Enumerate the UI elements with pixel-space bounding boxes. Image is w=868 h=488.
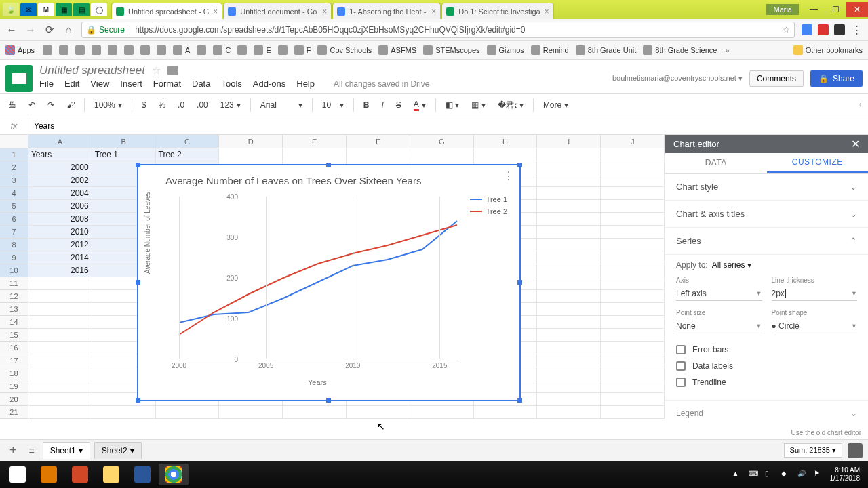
cell[interactable] [28, 406, 92, 419]
extension-icon[interactable] [834, 24, 845, 35]
taskbar-app[interactable] [96, 464, 126, 485]
col-header[interactable]: F [347, 135, 410, 148]
cell[interactable] [601, 367, 665, 380]
cell[interactable] [601, 290, 665, 303]
cell[interactable]: Years [28, 148, 92, 161]
cell[interactable] [601, 316, 665, 329]
cell[interactable] [601, 303, 665, 316]
minimize-button[interactable]: — [803, 2, 825, 17]
checkbox-data-labels[interactable]: Data labels [676, 358, 857, 374]
cell[interactable] [601, 200, 665, 213]
sum-indicator[interactable]: Sum: 21835 ▾ [784, 443, 842, 458]
star-icon[interactable]: ☆ [783, 25, 790, 35]
cell[interactable] [537, 161, 601, 174]
fill-color-button[interactable]: ◧ ▾ [443, 100, 462, 110]
cell[interactable] [219, 148, 283, 161]
point-shape-select[interactable]: ● Circle▼ [772, 319, 858, 333]
cell[interactable] [283, 148, 347, 161]
menu-tools[interactable]: Tools [221, 79, 241, 89]
resize-handle[interactable] [136, 163, 140, 167]
cell[interactable] [537, 303, 601, 316]
cell[interactable] [601, 226, 665, 239]
tray-icon[interactable]: 🔊 [797, 470, 807, 479]
italic-button[interactable]: I [378, 100, 386, 110]
bookmark-item[interactable] [237, 45, 247, 55]
cell[interactable] [347, 406, 410, 419]
taskbar-clock[interactable]: 8:10 AM1/17/2018 [830, 466, 861, 483]
cell[interactable] [537, 329, 601, 342]
bookmark-item[interactable]: Remind [531, 45, 569, 55]
cell[interactable] [537, 239, 601, 251]
browser-tab[interactable]: 1- Absorbing the Heat -× [332, 3, 441, 19]
row-header[interactable]: 17 [0, 354, 28, 367]
cell[interactable] [28, 342, 92, 354]
borders-button[interactable]: ▦ ▾ [469, 100, 488, 110]
menu-add-ons[interactable]: Add-ons [253, 79, 285, 89]
decrease-decimal-button[interactable]: .0 [175, 100, 187, 110]
cell[interactable] [601, 213, 665, 226]
cell[interactable] [537, 277, 601, 290]
cell[interactable] [28, 329, 92, 342]
percent-button[interactable]: % [155, 100, 168, 110]
col-header[interactable]: H [474, 135, 538, 148]
cell[interactable] [537, 264, 601, 277]
cell[interactable] [601, 342, 665, 354]
point-size-select[interactable]: None▼ [676, 319, 762, 333]
extension-icon[interactable] [818, 24, 829, 35]
cell[interactable]: 2004 [28, 187, 92, 200]
menu-edit[interactable]: Edit [64, 79, 79, 89]
browser-tab[interactable]: Untitled spreadsheet - G× [111, 3, 222, 19]
row-header[interactable]: 8 [0, 239, 28, 251]
line-thickness-select[interactable]: 2px▼ [772, 287, 858, 301]
row-header[interactable]: 4 [0, 187, 28, 200]
browser-tab[interactable]: Untitled document - Go× [223, 3, 332, 19]
row-header[interactable]: 10 [0, 264, 28, 277]
row-header[interactable]: 21 [0, 406, 28, 419]
cell[interactable] [601, 251, 665, 264]
row-header[interactable]: 5 [0, 200, 28, 213]
tab-customize[interactable]: CUSTOMIZE [767, 153, 869, 173]
resize-handle[interactable] [136, 398, 140, 403]
cell[interactable] [537, 367, 601, 380]
tray-icon[interactable]: ▯ [765, 470, 774, 479]
bookmark-item[interactable]: Cov Schools [317, 45, 372, 55]
cell[interactable] [28, 303, 92, 316]
tray-icon[interactable]: ⚑ [814, 470, 823, 479]
row-header[interactable]: 2 [0, 161, 28, 174]
cell[interactable] [601, 329, 665, 342]
menu-format[interactable]: Format [153, 79, 181, 89]
font-size-select[interactable]: 10▾ [319, 100, 347, 110]
section-legend[interactable]: Legend⌄ [665, 400, 868, 426]
bookmark-item[interactable]: C [213, 45, 231, 55]
profile-tab[interactable]: ▦ [56, 3, 72, 16]
close-editor-button[interactable]: ✕ [851, 138, 860, 150]
cell[interactable] [537, 393, 601, 406]
start-button[interactable] [3, 464, 33, 485]
row-header[interactable]: 9 [0, 251, 28, 264]
profile-tab[interactable]: ▤ [73, 3, 90, 16]
sheet-tab[interactable]: Sheet1 ▾ [43, 442, 90, 459]
resize-handle[interactable] [326, 398, 331, 403]
other-bookmarks[interactable]: Other bookmarks [793, 45, 863, 55]
merge-button[interactable]: �君ː ▾ [495, 100, 526, 111]
redo-button[interactable]: ↷ [45, 100, 57, 110]
resize-handle[interactable] [136, 280, 140, 285]
col-header[interactable]: G [410, 135, 474, 148]
cell[interactable] [347, 148, 410, 161]
bookmark-item[interactable] [140, 45, 150, 55]
row-header[interactable]: 3 [0, 174, 28, 187]
more-button[interactable]: More ▾ [540, 100, 571, 110]
resize-handle[interactable] [517, 280, 522, 285]
cell[interactable] [474, 148, 538, 161]
bookmark-item[interactable] [59, 45, 68, 55]
bold-button[interactable]: B [361, 100, 372, 110]
section-series[interactable]: Series⌃ [665, 228, 868, 255]
apps-button[interactable]: Apps [5, 45, 35, 55]
col-header[interactable]: I [537, 135, 601, 148]
bookmark-item[interactable]: Gizmos [487, 45, 524, 55]
taskbar-chrome[interactable] [159, 464, 189, 485]
taskbar-app[interactable] [65, 464, 95, 485]
cell[interactable] [28, 290, 92, 303]
sheet-tab[interactable]: Sheet2 ▾ [94, 442, 142, 459]
reload-button[interactable]: ⟳ [43, 24, 56, 36]
